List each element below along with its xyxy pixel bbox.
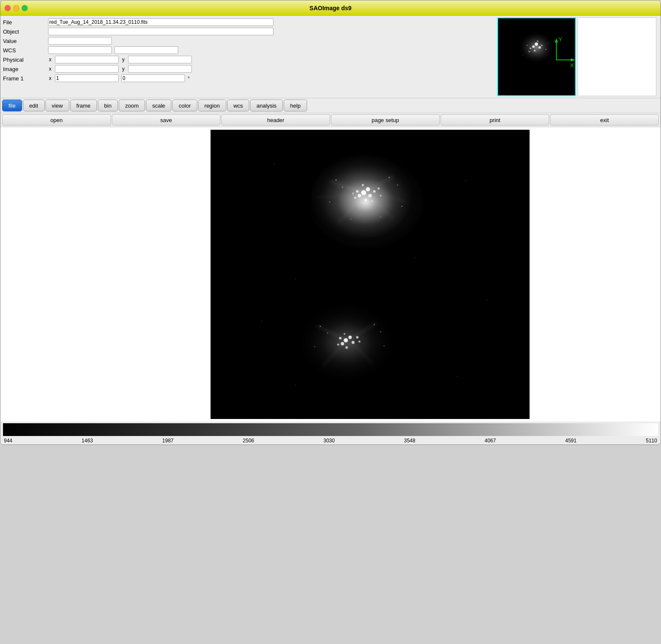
file-label: File	[3, 19, 46, 26]
titlebar: SAOImage ds9	[0, 0, 661, 16]
svg-point-77	[295, 385, 296, 385]
physical-label: Physical	[3, 57, 46, 63]
colorbar-label-2: 1987	[162, 438, 174, 444]
svg-point-47	[380, 217, 381, 218]
file-input[interactable]	[48, 18, 274, 26]
wcs-row: WCS	[0, 46, 497, 55]
svg-point-29	[377, 188, 379, 190]
frame-y-input[interactable]	[121, 74, 185, 82]
svg-point-40	[335, 180, 336, 181]
image-y-input[interactable]	[128, 65, 192, 73]
value-label: Value	[3, 38, 46, 44]
colorbar-labels: 944 1463 1987 2506 3030 3548 4067 4591 5…	[3, 438, 658, 444]
svg-point-44	[329, 202, 330, 203]
svg-point-73	[295, 278, 296, 279]
svg-point-43	[397, 185, 398, 186]
toolbar-analysis[interactable]: analysis	[250, 100, 283, 111]
main-image-area	[0, 127, 661, 422]
toolbar: file edit view frame bin zoom scale colo…	[0, 98, 661, 113]
toolbar-bin[interactable]: bin	[98, 100, 118, 111]
colorbar-label-6: 4067	[484, 438, 496, 444]
svg-point-75	[261, 321, 262, 322]
preview-blank	[578, 17, 656, 96]
frame-label: Frame 1	[3, 75, 46, 82]
wcs-input2[interactable]	[114, 46, 178, 54]
toolbar-color[interactable]: color	[172, 100, 197, 111]
svg-point-41	[342, 187, 343, 188]
toolbar-wcs[interactable]: wcs	[227, 100, 249, 111]
value-input[interactable]	[48, 37, 112, 45]
image-x-input[interactable]	[55, 65, 119, 73]
menu-open[interactable]: open	[2, 114, 111, 125]
menu-page-setup[interactable]: page setup	[331, 114, 440, 125]
wcs-label: WCS	[3, 47, 46, 54]
svg-point-11	[545, 49, 547, 50]
menubar: open save header page setup print exit	[0, 113, 661, 127]
svg-marker-15	[555, 38, 558, 43]
svg-point-64	[319, 326, 321, 327]
svg-point-26	[373, 190, 376, 193]
toolbar-region[interactable]: region	[198, 100, 226, 111]
colorbar-label-3: 2506	[243, 438, 254, 444]
window-title: SAOImage ds9	[310, 5, 352, 11]
frame-row: Frame 1 x °	[0, 74, 497, 83]
menu-print[interactable]: print	[441, 114, 550, 125]
physical-x-label: x	[49, 57, 51, 63]
svg-point-45	[401, 206, 402, 207]
svg-point-67	[380, 331, 381, 333]
frame-x-label: x	[49, 75, 51, 81]
svg-point-55	[345, 346, 348, 349]
menu-header[interactable]: header	[221, 114, 330, 125]
image-y-label: y	[122, 66, 125, 72]
svg-point-66	[373, 324, 375, 325]
svg-point-27	[365, 199, 367, 201]
svg-point-56	[337, 344, 339, 346]
svg-point-23	[358, 194, 361, 197]
wcs-input1[interactable]	[48, 46, 112, 54]
colorbar-label-4: 3030	[323, 438, 335, 444]
svg-point-74	[487, 299, 487, 300]
frame-degree: °	[188, 75, 190, 82]
toolbar-scale[interactable]: scale	[146, 100, 171, 111]
svg-point-69	[383, 345, 385, 347]
fits-image	[211, 130, 530, 419]
svg-point-48	[296, 300, 398, 385]
toolbar-edit[interactable]: edit	[23, 100, 45, 111]
preview-image: Y X	[497, 17, 576, 96]
svg-text:Y: Y	[558, 36, 562, 43]
frame-x-input[interactable]	[55, 74, 119, 82]
preview-axes: Y X	[498, 18, 575, 95]
menu-save[interactable]: save	[112, 114, 221, 125]
svg-point-12	[523, 54, 524, 55]
close-button[interactable]	[5, 5, 11, 11]
svg-point-42	[388, 177, 390, 178]
colorbar-section: 944 1463 1987 2506 3030 3548 4067 4591 5…	[0, 422, 661, 445]
object-input[interactable]	[48, 28, 274, 35]
minimize-button[interactable]	[13, 5, 19, 11]
svg-point-70	[274, 163, 275, 164]
svg-point-76	[457, 376, 458, 377]
svg-point-13	[547, 43, 548, 44]
object-row: Object	[0, 27, 497, 36]
preview-area: Y X	[497, 17, 656, 96]
colorbar-label-8: 5110	[646, 438, 657, 444]
image-row: Image x y	[0, 64, 497, 74]
toolbar-help[interactable]: help	[284, 100, 307, 111]
toolbar-file[interactable]: file	[2, 100, 22, 111]
colorbar-label-0: 944	[4, 438, 12, 444]
colorbar-label-7: 4591	[565, 438, 577, 444]
svg-point-9	[518, 31, 555, 64]
file-row: File	[0, 17, 497, 27]
toolbar-view[interactable]: view	[46, 100, 69, 111]
svg-point-58	[344, 333, 345, 335]
toolbar-frame[interactable]: frame	[70, 100, 97, 111]
toolbar-zoom[interactable]: zoom	[119, 100, 145, 111]
maximize-button[interactable]	[22, 5, 28, 11]
physical-y-input[interactable]	[128, 56, 192, 63]
physical-x-input[interactable]	[55, 56, 119, 63]
galaxy-svg	[211, 130, 530, 419]
colorbar	[3, 423, 658, 436]
top-area: File Object Value WCS Physical	[0, 16, 661, 98]
menu-exit[interactable]: exit	[550, 114, 659, 125]
svg-point-30	[362, 184, 364, 186]
